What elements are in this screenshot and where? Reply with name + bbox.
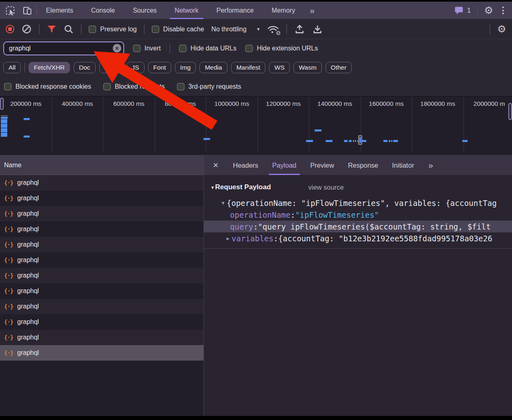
payload-value: {accountTag: "b12e3b2192ee5588fdad995178…	[278, 234, 492, 243]
filter-chip-css[interactable]: CSS	[99, 62, 123, 73]
request-timing-bar	[355, 140, 356, 142]
request-list-pane: Name {·}graphql{·}graphql{·}graphql{·}gr…	[0, 155, 204, 416]
detail-tab-preview[interactable]: Preview	[303, 155, 341, 175]
record-network-log-button[interactable]	[6, 25, 14, 33]
name-column-header[interactable]: Name	[0, 155, 203, 175]
tab-network[interactable]: Network	[166, 2, 208, 19]
kebab-menu-icon[interactable]	[500, 5, 506, 16]
3rd-party-requests-checkbox[interactable]: 3rd-party requests	[177, 83, 241, 90]
clear-network-log-icon[interactable]	[22, 24, 32, 34]
blocked-requests-checkbox[interactable]: Blocked requests	[103, 83, 165, 90]
filter-chip-js[interactable]: JS	[127, 62, 144, 73]
filter-chip-wasm[interactable]: Wasm	[293, 62, 322, 73]
network-conditions-icon[interactable]: ⚙	[267, 25, 279, 34]
timeline-tick-label: 1400000 ms	[309, 100, 361, 107]
more-detail-tabs-icon[interactable]: »	[422, 155, 439, 175]
filter-chip-fetch-xhr[interactable]: Fetch/XHR	[28, 62, 70, 73]
invert-checkbox[interactable]: Invert	[133, 45, 161, 52]
preserve-log-label: Preserve log	[100, 26, 137, 33]
request-row[interactable]: {·}graphql	[0, 190, 203, 206]
request-row[interactable]: {·}graphql	[0, 330, 203, 345]
request-row[interactable]: {·}graphql	[0, 252, 203, 268]
detail-tab-response[interactable]: Response	[341, 155, 385, 175]
request-row[interactable]: {·}graphql	[0, 221, 203, 237]
section-caret-icon[interactable]: ▾	[211, 184, 214, 190]
timeline-tick-label: 1600000 ms	[361, 100, 412, 107]
tab-memory[interactable]: Memory	[263, 2, 304, 19]
tab-elements[interactable]: Elements	[37, 2, 82, 19]
filter-chip-font[interactable]: Font	[148, 62, 171, 73]
network-settings-gear-icon[interactable]: ⚙	[497, 24, 506, 34]
payload-row-query[interactable]: query: "query ipFlowTimeseries($accountT…	[204, 221, 512, 232]
toolbar-separator	[144, 24, 144, 34]
payload-row-variables[interactable]: ▶ variables: {accountTag: "b12e3b2192ee5…	[204, 232, 512, 244]
request-timing-bar	[1, 124, 7, 126]
filter-chip-media[interactable]: Media	[199, 62, 227, 73]
more-tabs-icon[interactable]: »	[304, 2, 320, 19]
payload-root-row[interactable]: ▼ {operationName: "ipFlowTimeseries", va…	[204, 197, 512, 209]
clear-filter-icon[interactable]: ✕	[113, 44, 121, 52]
filter-input[interactable]	[3, 42, 124, 55]
filter-chip-other[interactable]: Other	[326, 62, 352, 73]
checkbox[interactable]	[177, 83, 184, 90]
filter-funnel-icon[interactable]	[47, 24, 57, 34]
request-row[interactable]: {·}graphql	[0, 206, 203, 221]
detail-tab-payload[interactable]: Payload	[265, 155, 304, 175]
timeline-left-grip[interactable]	[0, 98, 4, 110]
import-har-icon[interactable]	[294, 24, 305, 34]
timeline-grid-line	[412, 96, 412, 152]
toolbar-separator	[81, 24, 81, 34]
request-row[interactable]: {·}graphql	[0, 345, 203, 361]
export-har-icon[interactable]	[312, 24, 323, 34]
request-payload-title: Request Payload	[215, 183, 271, 191]
checkbox[interactable]	[103, 83, 111, 90]
timeline-tick-label: 200000 ms	[0, 100, 52, 107]
throttling-dropdown[interactable]: No throttling ▾	[211, 26, 260, 33]
caret-down-icon[interactable]: ▼	[219, 200, 227, 206]
request-row[interactable]: {·}graphql	[0, 175, 203, 190]
request-row[interactable]: {·}graphql	[0, 268, 203, 283]
timeline-selection-marker[interactable]	[358, 135, 362, 145]
detail-tab-initiator[interactable]: Initiator	[385, 155, 421, 175]
tab-console[interactable]: Console	[82, 2, 124, 19]
search-icon[interactable]	[64, 24, 74, 34]
device-toolbar-icon[interactable]	[22, 5, 33, 16]
view-source-link[interactable]: view source	[309, 184, 344, 191]
checkbox[interactable]	[245, 45, 253, 52]
request-row[interactable]: {·}graphql	[0, 237, 203, 252]
tab-performance[interactable]: Performance	[208, 2, 263, 19]
filter-chip-doc[interactable]: Doc	[74, 62, 96, 73]
timeline-grid-line	[464, 96, 464, 152]
blocked-requests-label: Blocked requests	[115, 83, 165, 90]
hide-data-urls-checkbox[interactable]: Hide data URLs	[179, 45, 236, 52]
checkbox[interactable]	[89, 26, 96, 33]
caret-right-icon[interactable]: ▶	[224, 236, 232, 241]
preserve-log-checkbox[interactable]: Preserve log	[89, 26, 137, 33]
checkbox[interactable]	[152, 26, 159, 33]
throttling-value: No throttling	[211, 26, 246, 33]
request-row[interactable]: {·}graphql	[0, 283, 203, 299]
filter-chip-img[interactable]: Img	[175, 62, 196, 73]
checkbox[interactable]	[4, 83, 11, 90]
settings-gear-icon[interactable]: ⚙	[484, 5, 493, 15]
request-timing-bar	[349, 140, 352, 142]
tab-sources[interactable]: Sources	[124, 2, 166, 19]
issues-counter[interactable]: 1	[454, 5, 471, 15]
detail-tab-headers[interactable]: Headers	[226, 155, 265, 175]
filter-chip-ws[interactable]: WS	[269, 62, 290, 73]
checkbox[interactable]	[133, 45, 140, 52]
close-detail-icon[interactable]: ✕	[207, 155, 224, 175]
blocked-response-cookies-checkbox[interactable]: Blocked response cookies	[4, 83, 91, 90]
timeline-right-grip[interactable]	[508, 103, 512, 120]
colon: :	[253, 222, 258, 231]
filter-chip-all[interactable]: All	[3, 62, 21, 73]
disable-cache-checkbox[interactable]: Disable cache	[152, 26, 204, 33]
request-row[interactable]: {·}graphql	[0, 314, 203, 330]
request-row[interactable]: {·}graphql	[0, 299, 203, 314]
checkbox[interactable]	[179, 45, 186, 52]
hide-extension-urls-checkbox[interactable]: Hide extension URLs	[245, 45, 318, 52]
inspect-element-icon[interactable]	[5, 5, 15, 16]
timeline-tick-label: 1800000 ms	[412, 100, 464, 107]
payload-row-operation-name[interactable]: operationName: "ipFlowTimeseries"	[204, 209, 512, 221]
filter-chip-manifest[interactable]: Manifest	[231, 62, 266, 73]
